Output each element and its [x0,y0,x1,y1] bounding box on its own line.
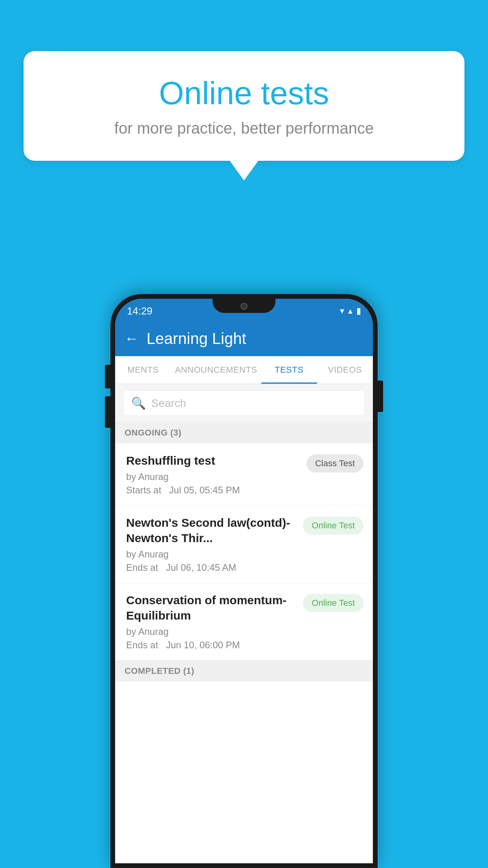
back-button[interactable]: ← [125,330,139,347]
test-author: by Anurag [126,471,300,482]
phone-notch [213,299,275,313]
app-title: Learning Light [147,330,246,348]
volume-up-button [105,365,110,388]
test-time: Starts at Jul 05, 05:45 PM [126,485,300,496]
phone-screen: 14:29 ▾ ▴ ▮ ← Learning Light MENTS ANNOU… [115,299,373,863]
test-title: Reshuffling test [126,453,300,468]
class-test-badge: Class Test [306,454,363,473]
test-title: Conservation of momentum-Equilibrium [126,592,297,623]
power-button [378,381,383,412]
online-test-badge: Online Test [303,517,363,535]
signal-icon: ▴ [348,306,352,316]
volume-down-button [105,396,110,428]
app-bar: ← Learning Light [115,321,373,356]
test-time: Ends at Jul 06, 10:45 AM [126,562,297,573]
tabs-container: MENTS ANNOUNCEMENTS TESTS VIDEOS [115,356,373,384]
phone-frame: 14:29 ▾ ▴ ▮ ← Learning Light MENTS ANNOU… [110,294,378,868]
bubble-title: Online tests [55,75,433,112]
online-test-badge: Online Test [303,594,363,612]
speech-bubble-container: Online tests for more practice, better p… [24,51,464,161]
search-placeholder: Search [151,397,186,410]
speech-bubble: Online tests for more practice, better p… [24,51,464,161]
test-item[interactable]: Newton's Second law(contd)-Newton's Thir… [115,506,373,583]
test-title: Newton's Second law(contd)-Newton's Thir… [126,515,297,546]
test-author: by Anurag [126,549,297,560]
ongoing-section-header: ONGOING (3) [115,422,373,443]
bubble-subtitle: for more practice, better performance [55,120,433,137]
search-icon: 🔍 [131,396,146,410]
completed-section-header: COMPLETED (1) [115,660,373,682]
search-input-wrapper[interactable]: 🔍 Search [123,390,365,416]
status-time: 14:29 [127,305,152,317]
battery-icon: ▮ [356,306,361,316]
status-icons: ▾ ▴ ▮ [340,306,361,316]
test-info: Conservation of momentum-Equilibrium by … [126,592,297,651]
tab-tests[interactable]: TESTS [261,356,317,384]
tab-ments[interactable]: MENTS [115,356,171,384]
tab-announcements[interactable]: ANNOUNCEMENTS [171,356,261,384]
test-author: by Anurag [126,626,297,637]
test-info: Newton's Second law(contd)-Newton's Thir… [126,515,297,573]
wifi-icon: ▾ [340,306,344,316]
test-time: Ends at Jun 10, 06:00 PM [126,640,297,651]
tab-videos[interactable]: VIDEOS [317,356,373,384]
camera-dot [240,303,248,310]
search-container: 🔍 Search [115,384,373,422]
test-item[interactable]: Reshuffling test by Anurag Starts at Jul… [115,443,373,506]
test-item[interactable]: Conservation of momentum-Equilibrium by … [115,583,373,660]
test-info: Reshuffling test by Anurag Starts at Jul… [126,453,300,496]
